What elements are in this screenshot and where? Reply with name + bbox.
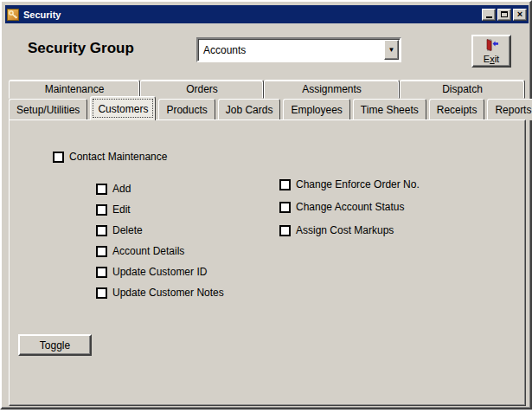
checkbox-label: Delete xyxy=(112,224,143,236)
checkbox-box[interactable] xyxy=(96,225,107,236)
key-icon xyxy=(7,9,19,21)
security-group-dropdown[interactable]: Accounts ▼ xyxy=(196,37,401,62)
tab-setup-utilities[interactable]: Setup/Utilities xyxy=(9,99,87,120)
checkbox-box[interactable] xyxy=(279,225,291,236)
tab-row-secondary: Setup/Utilities Customers Products Job C… xyxy=(9,96,525,120)
checkbox-label: Update Customer ID xyxy=(112,266,207,278)
exit-button[interactable]: Exit xyxy=(471,35,511,68)
customers-tab-panel: Contact Maintenance Add Edit Delete Acco… xyxy=(9,119,526,406)
checkbox-box[interactable] xyxy=(96,246,107,257)
checkbox-label: Add xyxy=(112,183,131,195)
dropdown-value: Accounts xyxy=(198,44,384,56)
tab-job-cards[interactable]: Job Cards xyxy=(218,99,281,120)
checkbox-label: Change Enforce Order No. xyxy=(296,178,420,190)
checkbox-contact-maintenance[interactable]: Contact Maintenance xyxy=(53,151,167,163)
checkbox-update-customer-id[interactable]: Update Customer ID xyxy=(96,266,207,278)
tab-employees[interactable]: Employees xyxy=(283,99,349,120)
checkbox-edit[interactable]: Edit xyxy=(96,203,131,216)
exit-door-icon xyxy=(484,38,499,54)
close-button[interactable]: × xyxy=(513,9,527,21)
checkbox-label: Change Account Status xyxy=(296,201,404,213)
checkbox-account-details[interactable]: Account Details xyxy=(96,245,184,257)
checkbox-box[interactable] xyxy=(96,204,107,216)
tab-customers[interactable]: Customers xyxy=(90,96,156,120)
checkbox-change-account-status[interactable]: Change Account Status xyxy=(279,201,404,213)
titlebar[interactable]: Security × xyxy=(5,5,529,23)
checkbox-delete[interactable]: Delete xyxy=(96,224,143,236)
maximize-button[interactable] xyxy=(497,9,511,21)
tab-time-sheets[interactable]: Time Sheets xyxy=(353,99,426,120)
checkbox-box[interactable] xyxy=(279,179,291,190)
checkbox-box[interactable] xyxy=(279,202,291,213)
checkbox-box[interactable] xyxy=(53,152,64,163)
tab-reports[interactable]: Reports xyxy=(487,99,532,120)
checkbox-assign-cost-markups[interactable]: Assign Cost Markups xyxy=(279,224,394,236)
minimize-button[interactable] xyxy=(482,9,496,21)
tab-receipts[interactable]: Receipts xyxy=(429,99,485,120)
minimize-icon xyxy=(486,16,492,18)
exit-button-label: Exit xyxy=(484,54,499,64)
checkbox-label: Update Customer Notes xyxy=(112,287,224,299)
checkbox-box[interactable] xyxy=(96,267,107,278)
window-title: Security xyxy=(23,10,480,20)
close-icon: × xyxy=(517,10,522,19)
maximize-icon xyxy=(501,11,508,17)
checkbox-change-enforce-order-no[interactable]: Change Enforce Order No. xyxy=(279,178,420,190)
checkbox-update-customer-notes[interactable]: Update Customer Notes xyxy=(96,287,224,299)
dropdown-arrow-button[interactable]: ▼ xyxy=(384,40,399,60)
tab-products[interactable]: Products xyxy=(158,99,215,120)
chevron-down-icon: ▼ xyxy=(388,46,395,54)
checkbox-box[interactable] xyxy=(96,287,107,299)
checkbox-label: Edit xyxy=(112,203,131,216)
checkbox-label: Contact Maintenance xyxy=(69,151,167,163)
checkbox-add[interactable]: Add xyxy=(96,183,131,195)
checkbox-label: Assign Cost Markups xyxy=(296,224,394,236)
security-group-label: Security Group xyxy=(28,40,134,57)
checkbox-label: Account Details xyxy=(112,245,184,257)
security-window: Security × Security Group Accounts ▼ Exi… xyxy=(0,0,532,410)
checkbox-box[interactable] xyxy=(96,184,107,195)
toggle-button[interactable]: Toggle xyxy=(18,334,92,356)
